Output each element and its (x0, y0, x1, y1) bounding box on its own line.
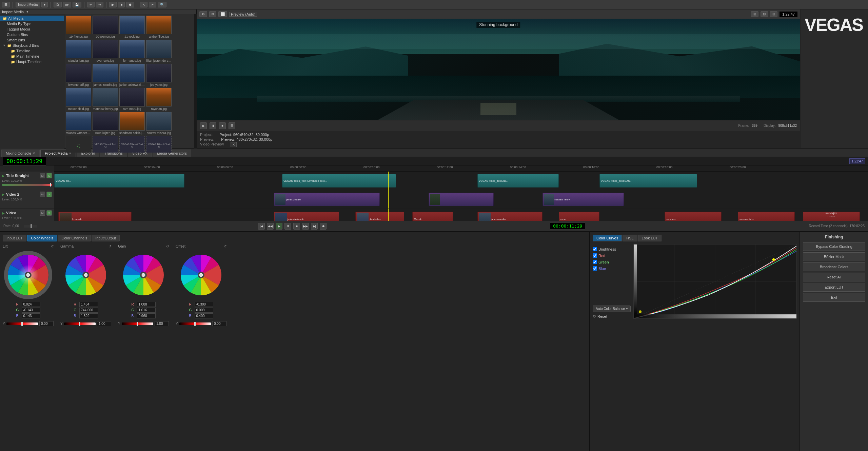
preview-btn-3[interactable]: ⊟ (770, 11, 777, 17)
media-item-14[interactable]: ram-maru.jpg (119, 88, 145, 111)
stop-btn[interactable]: ■ (118, 2, 125, 7)
media-item-3[interactable]: andre-filipe.jpg (146, 16, 172, 38)
offset-y-slider[interactable] (179, 322, 211, 325)
gamma-wheel-container[interactable] (60, 250, 111, 300)
tab-mixing-console[interactable]: Mixing Console ✕ (1, 150, 40, 157)
cb-green[interactable] (593, 260, 597, 264)
offset-y-thumb[interactable] (194, 322, 196, 326)
auto-balance-btn[interactable]: Auto Color Balance ▾ (593, 306, 631, 312)
clip-v-5[interactable]: james-zwadlo (477, 212, 542, 221)
open-btn[interactable]: 🗁 (63, 2, 71, 7)
clip-title-4[interactable]: VEGAS Titles_Text EAS... (599, 174, 697, 188)
offset-wheel-handle[interactable] (199, 273, 203, 277)
media-scrollbar[interactable] (194, 14, 197, 153)
rate-slider[interactable] (24, 225, 37, 228)
reset-btn-row[interactable]: ↺ Reset (593, 314, 631, 319)
clip-v-3[interactable]: claudia-lam (355, 212, 404, 221)
curves-tab-look-lut[interactable]: Look LUT (638, 235, 662, 241)
media-item-17[interactable]: ruud-luijten.jpg (93, 112, 118, 135)
sidebar-item-tagged-media[interactable]: Tagged Media (0, 26, 64, 32)
color-tab-color-wheels[interactable]: Color Wheels (27, 235, 57, 241)
transport-play[interactable]: ▶ (276, 223, 282, 230)
new-btn[interactable]: 🗋 (54, 2, 62, 7)
cb-brightness[interactable] (593, 247, 597, 251)
sidebar-item-media-by-type[interactable]: Media By Type (0, 21, 64, 26)
transport-record[interactable]: ⏺ (320, 223, 327, 230)
color-tab-color-channels[interactable]: Color Channels (58, 235, 91, 241)
gain-y-slider[interactable] (122, 322, 153, 325)
volume-slider-thumb-1[interactable] (50, 183, 51, 187)
gamma-y-thumb[interactable] (79, 322, 80, 326)
cursor-btn[interactable]: ↖ (140, 2, 147, 7)
sidebar-item-smart-bins[interactable]: Smart Bins (0, 37, 64, 43)
gain-wheel-handle[interactable] (142, 273, 145, 277)
exit-btn[interactable]: Exit (803, 293, 865, 302)
auto-balance-dropdown-icon[interactable]: ▾ (626, 307, 628, 310)
preview-fullscreen-btn[interactable]: ⬜ (218, 11, 227, 17)
clip-title-2[interactable]: VEGAS Titles_Text Advanced colo... (282, 174, 396, 188)
gain-g-input[interactable] (137, 308, 156, 313)
media-item-21[interactable]: VEGAS Titles & Text 42 VEGAS Titles & Te… (93, 136, 118, 153)
track-volume-1[interactable] (2, 184, 52, 186)
track-solo-2[interactable]: S (46, 192, 52, 197)
preview-split-btn[interactable]: ⧉ (209, 11, 216, 17)
sidebar-item-storyboard-bins[interactable]: ▼ 📁 Storyboard Bins (0, 43, 64, 48)
gain-wheel-container[interactable] (118, 250, 169, 300)
rate-slider-thumb[interactable] (31, 224, 32, 228)
media-item-16[interactable]: rolands-varsbergs.jpg (66, 112, 91, 135)
lift-y-input[interactable] (39, 321, 54, 326)
gamma-y-input[interactable] (97, 321, 111, 326)
media-item-11[interactable]: joe-yates.jpg (146, 64, 172, 86)
curves-graph[interactable] (633, 244, 797, 319)
offset-wheel-container[interactable] (176, 250, 226, 300)
media-item-22[interactable]: VEGAS Titles & Text 43 VEGAS Titles & Te… (119, 136, 145, 153)
gain-b-input[interactable] (137, 313, 156, 318)
clip-v-1[interactable]: fer-nando (58, 212, 132, 221)
transport-stop[interactable]: ■ (293, 223, 300, 230)
gamma-b-input[interactable] (79, 313, 98, 318)
gamma-reset-icon[interactable]: ↺ (108, 244, 111, 248)
lift-y-thumb[interactable] (21, 322, 23, 326)
transport-end[interactable]: ▶| (311, 223, 318, 230)
media-item-5[interactable]: evor-cole.jpg (93, 40, 118, 62)
media-item-0[interactable]: 19-friends.jpg (66, 16, 91, 38)
clip-v-4[interactable]: 21-rock (412, 212, 453, 221)
undo-btn[interactable]: ↩ (87, 2, 95, 7)
gamma-wheel-handle[interactable] (84, 273, 87, 277)
transport-pause[interactable]: ⏸ (284, 223, 291, 230)
media-item-19[interactable]: sourav-mishra.jpg (146, 112, 172, 135)
preview-pause-btn[interactable]: ⏸ (210, 122, 216, 129)
sidebar-item-timeline[interactable]: 📁 Timeline (0, 48, 64, 54)
transport-next[interactable]: ▶▶ (302, 223, 309, 230)
track-expand-icon-1[interactable]: ▶ (2, 174, 5, 178)
lift-r-input[interactable] (22, 302, 40, 307)
trim-btn[interactable]: ✂ (149, 2, 156, 7)
preview-btn-1[interactable]: ⊞ (751, 11, 758, 17)
color-tab-input-output[interactable]: Input/Output (92, 235, 120, 241)
track-expand-icon-3[interactable]: ▶ (2, 211, 5, 215)
media-item-7[interactable]: lilian-justen-de-vasco ncellos.jpg (146, 40, 172, 62)
media-item-1[interactable]: 20-women.jpg (93, 16, 118, 38)
gain-y-thumb[interactable] (137, 322, 138, 326)
clip-v-9[interactable]: ruud-luijten Dissolve (803, 212, 860, 221)
preview-stop-btn[interactable]: ■ (219, 122, 226, 129)
media-item-4[interactable]: claudia-lam.jpg (66, 40, 91, 62)
media-item-9[interactable]: james-zwadlo.jpg (93, 64, 118, 86)
lift-wheel-handle[interactable] (26, 273, 30, 277)
offset-r-input[interactable] (195, 302, 213, 307)
play-btn[interactable]: ▶ (109, 2, 117, 7)
color-tab-input-lut[interactable]: Input LUT (3, 235, 26, 241)
gain-y-input[interactable] (155, 321, 169, 326)
sidebar-item-haupt-timeline[interactable]: 📁 Haupt-Timeline (0, 59, 64, 64)
media-item-8[interactable]: iswanto-arif.jpg (66, 64, 91, 86)
preview-play-btn[interactable]: ▶ (200, 122, 207, 129)
media-item-2[interactable]: 21-rock.jpg (119, 16, 145, 38)
clip-title-1[interactable]: VEGAS Titl... (54, 174, 184, 188)
sidebar-item-all-media[interactable]: 📁 All Media (0, 16, 64, 21)
track-mute-2[interactable]: M (40, 192, 45, 197)
lift-reset-icon[interactable]: ↺ (51, 244, 54, 248)
bypass-color-grading-btn[interactable]: Bypass Color Grading (803, 242, 865, 251)
redo-btn[interactable]: ↪ (96, 2, 103, 7)
offset-y-input[interactable] (212, 321, 226, 326)
clip-v-6[interactable]: maso... (559, 212, 599, 221)
